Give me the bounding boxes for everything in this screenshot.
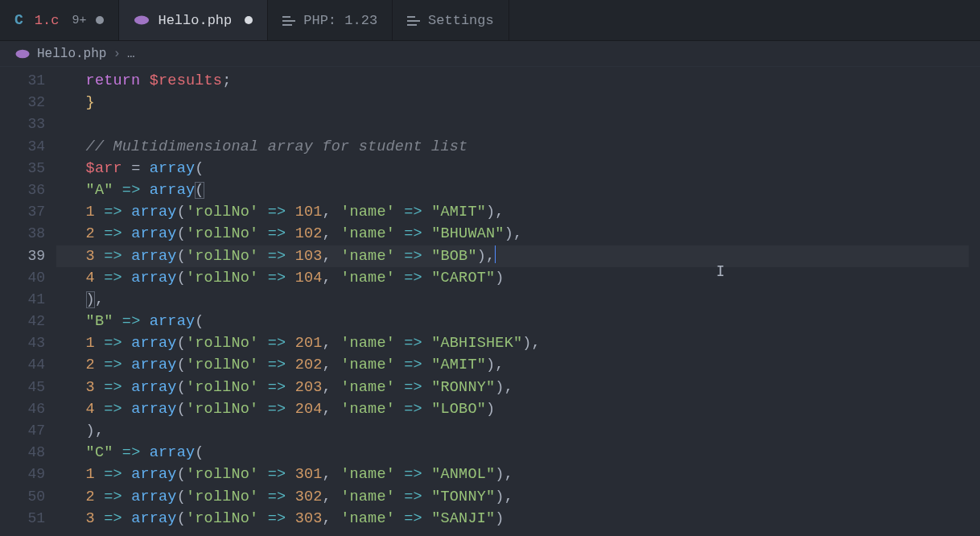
line-number: 40 (0, 267, 56, 289)
line-number: 36 (0, 179, 56, 201)
code-line[interactable]: return $results; (56, 70, 980, 92)
code-line[interactable]: } (56, 92, 980, 113)
code-line[interactable]: // Multidimensional array for student li… (56, 136, 980, 158)
line-number: 43 (0, 332, 56, 354)
code-line[interactable]: "C" => array( (56, 442, 980, 464)
line-number: 35 (0, 158, 56, 179)
line-number: 44 (0, 354, 56, 376)
code-area[interactable]: return $results; } // Multidimensional a… (56, 67, 980, 536)
line-number: 39 (0, 245, 56, 267)
line-number: 37 (0, 201, 56, 223)
dirty-dot-icon (245, 16, 253, 24)
tab-label: PHP: 1.23 (303, 13, 377, 28)
tab-bar: C 1.c 9+ Hello.php PHP: 1.23 Settings (0, 0, 980, 41)
line-number: 49 (0, 464, 56, 485)
code-line[interactable]: 1 => array('rollNo' => 301, 'name' => "A… (56, 464, 980, 485)
code-line[interactable]: 3 => array('rollNo' => 103, 'name' => "B… (56, 245, 980, 267)
tab-label: Settings (428, 13, 494, 28)
line-number: 48 (0, 442, 56, 464)
code-line[interactable]: 1 => array('rollNo' => 201, 'name' => "A… (56, 332, 980, 354)
code-line[interactable]: 2 => array('rollNo' => 202, 'name' => "A… (56, 354, 980, 376)
code-line[interactable]: ), (56, 289, 980, 311)
svg-point-1 (15, 49, 29, 57)
lines-icon (282, 14, 295, 26)
line-number: 47 (0, 420, 56, 442)
c-file-icon: C (14, 12, 23, 28)
code-line[interactable]: 3 => array('rollNo' => 203, 'name' => "R… (56, 377, 980, 398)
lines-icon (407, 14, 420, 26)
line-number: 32 (0, 92, 56, 113)
code-line[interactable]: 2 => array('rollNo' => 102, 'name' => "B… (56, 223, 980, 245)
code-line[interactable]: $arr = array( (56, 158, 980, 179)
php-file-icon (14, 49, 31, 59)
tab-label: Hello.php (158, 13, 232, 28)
line-number: 31 (0, 70, 56, 92)
code-line[interactable]: 2 => array('rollNo' => 302, 'name' => "T… (56, 486, 980, 508)
line-number: 41 (0, 289, 56, 311)
code-line[interactable]: "A" => array( (56, 179, 980, 201)
line-number: 38 (0, 223, 56, 245)
code-line[interactable]: 4 => array('rollNo' => 204, 'name' => "L… (56, 398, 980, 420)
code-line[interactable]: "B" => array( (56, 311, 980, 332)
line-number: 51 (0, 508, 56, 530)
tab-hello-php[interactable]: Hello.php (119, 0, 268, 40)
code-line[interactable]: 3 => array('rollNo' => 303, 'name' => "S… (56, 508, 980, 530)
tab-badge: 9+ (72, 14, 86, 27)
dirty-dot-icon (96, 16, 104, 24)
tab-1c[interactable]: C 1.c 9+ (0, 0, 119, 40)
chevron-right-icon: › (113, 47, 121, 61)
php-file-icon (134, 14, 150, 26)
code-line[interactable]: ), (56, 420, 980, 442)
line-number-gutter: 3132333435363738394041424344454647484950… (0, 67, 56, 536)
code-line[interactable]: 1 => array('rollNo' => 101, 'name' => "A… (56, 201, 980, 223)
line-number: 34 (0, 136, 56, 158)
code-line[interactable] (56, 113, 980, 135)
breadcrumb[interactable]: Hello.php › … (0, 41, 980, 67)
line-number: 45 (0, 377, 56, 398)
breadcrumb-file: Hello.php (37, 47, 106, 61)
line-number: 46 (0, 398, 56, 420)
tab-label: 1.c (35, 13, 60, 28)
tab-php-version[interactable]: PHP: 1.23 (268, 0, 393, 40)
editor[interactable]: 3132333435363738394041424344454647484950… (0, 67, 980, 536)
breadcrumb-trail: … (127, 47, 135, 61)
code-line[interactable]: 4 => array('rollNo' => 104, 'name' => "C… (56, 267, 980, 289)
line-number: 50 (0, 486, 56, 508)
line-number: 42 (0, 311, 56, 332)
svg-point-0 (134, 16, 149, 25)
line-number: 33 (0, 113, 56, 135)
tab-settings[interactable]: Settings (393, 0, 509, 40)
vertical-scrollbar[interactable] (969, 67, 980, 536)
